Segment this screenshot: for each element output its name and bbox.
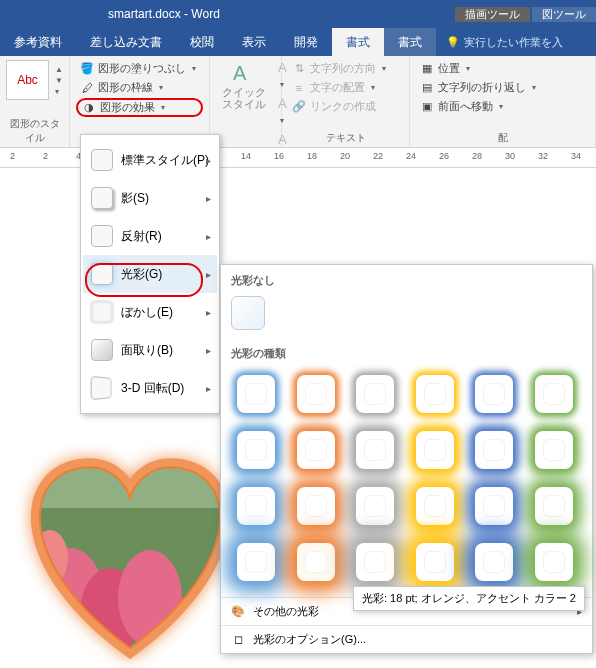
tool-tab-drawing[interactable]: 描画ツール xyxy=(455,7,530,22)
tab-format-picture[interactable]: 書式 xyxy=(384,28,436,56)
glow-options[interactable]: ◻ 光彩のオプション(G)... xyxy=(221,625,592,653)
glow-variant[interactable] xyxy=(297,375,335,413)
text-align-icon: ≡ xyxy=(292,81,306,95)
bring-forward-label: 前面へ移動 xyxy=(438,99,493,114)
glow-variant[interactable] xyxy=(237,375,275,413)
glow-variant[interactable] xyxy=(475,543,513,581)
quick-styles-label: クイック スタイル xyxy=(222,86,266,110)
position-label: 位置 xyxy=(438,61,460,76)
chevron-down-icon: ▾ xyxy=(159,83,163,92)
glow-variant[interactable] xyxy=(356,375,394,413)
glow-variant[interactable] xyxy=(297,487,335,525)
glow-variants-header: 光彩の種類 xyxy=(221,338,592,365)
tab-format-drawing[interactable]: 書式 xyxy=(332,28,384,56)
tell-me-text: 実行したい作業を入 xyxy=(464,35,563,50)
link-icon: 🔗 xyxy=(292,100,306,114)
glow-variant[interactable] xyxy=(535,487,573,525)
glow-gallery: 光彩なし 光彩の種類 🎨 その他の光彩 ▸ ◻ 光彩のオプション(G)... 光… xyxy=(220,264,593,654)
square-icon: ◻ xyxy=(231,633,245,647)
shape-effects-menu: 標準スタイル(P)▸ 影(S)▸ 反射(R)▸ 光彩(G)▸ ぼかし(E)▸ 面… xyxy=(80,134,220,414)
ruler-tick: 14 xyxy=(241,151,251,161)
text-direction-icon: ⇅ xyxy=(292,62,306,76)
glow-variant[interactable] xyxy=(356,431,394,469)
quick-styles-icon: A xyxy=(233,62,255,84)
wrap-label: 文字列の折り返し xyxy=(438,80,526,95)
ruler-tick: 28 xyxy=(472,151,482,161)
wrap-text-button[interactable]: ▤ 文字列の折り返し ▾ xyxy=(416,79,589,96)
menu-shadow[interactable]: 影(S)▸ xyxy=(83,179,217,217)
tab-view[interactable]: 表示 xyxy=(228,28,280,56)
glow-variant[interactable] xyxy=(356,487,394,525)
ruler-tick: 22 xyxy=(373,151,383,161)
glow-variant[interactable] xyxy=(416,431,454,469)
tab-review[interactable]: 校閲 xyxy=(176,28,228,56)
glow-variant[interactable] xyxy=(535,543,573,581)
shape-fill-label: 図形の塗りつぶし xyxy=(98,61,186,76)
pen-icon: 🖊 xyxy=(80,81,94,95)
tab-developer[interactable]: 開発 xyxy=(280,28,332,56)
group-text: テキスト xyxy=(288,129,403,145)
menu-3d-rotation[interactable]: 3-D 回転(D)▸ xyxy=(83,369,217,407)
bring-forward-icon: ▣ xyxy=(420,100,434,114)
shape-outline-button[interactable]: 🖊 図形の枠線 ▾ xyxy=(76,79,203,96)
ruler-tick: 16 xyxy=(274,151,284,161)
glow-options-label: 光彩のオプション(G)... xyxy=(253,632,366,647)
chevron-down-icon: ▾ xyxy=(161,103,165,112)
glow-variant[interactable] xyxy=(237,431,275,469)
shape-effects-button[interactable]: ◑ 図形の効果 ▾ xyxy=(76,98,203,117)
glow-variant[interactable] xyxy=(535,431,573,469)
tab-mailings[interactable]: 差し込み文書 xyxy=(76,28,176,56)
style-gallery-down-icon[interactable]: ▼ xyxy=(55,76,63,85)
window-title: smartart.docx - Word xyxy=(108,7,220,21)
glow-variant[interactable] xyxy=(475,375,513,413)
position-icon: ▦ xyxy=(420,62,434,76)
bulb-icon: 💡 xyxy=(446,36,460,49)
ruler-tick: 32 xyxy=(538,151,548,161)
menu-reflection[interactable]: 反射(R)▸ xyxy=(83,217,217,255)
effects-icon: ◑ xyxy=(82,101,96,115)
shape-outline-label: 図形の枠線 xyxy=(98,80,153,95)
glow-variant[interactable] xyxy=(297,431,335,469)
glow-variant[interactable] xyxy=(475,431,513,469)
ruler-tick: 24 xyxy=(406,151,416,161)
menu-glow[interactable]: 光彩(G)▸ xyxy=(83,255,217,293)
text-align-button: ≡ 文字の配置 ▾ xyxy=(288,79,403,96)
tab-references[interactable]: 参考資料 xyxy=(0,28,76,56)
quick-styles-button[interactable]: A クイック スタイル xyxy=(216,60,272,162)
glow-variant[interactable] xyxy=(475,487,513,525)
style-gallery-up-icon[interactable]: ▲ xyxy=(55,65,63,74)
ruler-tick: 34 xyxy=(571,151,581,161)
glow-variant[interactable] xyxy=(416,375,454,413)
menu-soft-edges[interactable]: ぼかし(E)▸ xyxy=(83,293,217,331)
glow-variant[interactable] xyxy=(237,487,275,525)
group-arrange: 配 xyxy=(416,129,589,145)
ruler-tick: 20 xyxy=(340,151,350,161)
glow-variant[interactable] xyxy=(356,543,394,581)
glow-variant[interactable] xyxy=(297,543,335,581)
position-button[interactable]: ▦ 位置 ▾ xyxy=(416,60,589,77)
bucket-icon: 🪣 xyxy=(80,62,94,76)
create-link-button: 🔗 リンクの作成 xyxy=(288,98,403,115)
color-wheel-icon: 🎨 xyxy=(231,605,245,619)
glow-variant[interactable] xyxy=(535,375,573,413)
glow-variant[interactable] xyxy=(237,543,275,581)
wrap-icon: ▤ xyxy=(420,81,434,95)
glow-none-option[interactable] xyxy=(231,296,265,330)
tool-tab-picture[interactable]: 図ツール xyxy=(532,7,596,22)
menu-bevel[interactable]: 面取り(B)▸ xyxy=(83,331,217,369)
more-glow-colors-label: その他の光彩 xyxy=(253,604,319,619)
ruler-tick: 2 xyxy=(10,151,15,161)
chevron-down-icon: ▾ xyxy=(192,64,196,73)
ruler-tick: 18 xyxy=(307,151,317,161)
bring-forward-button[interactable]: ▣ 前面へ移動 ▾ xyxy=(416,98,589,115)
shape-style-preview[interactable]: Abc xyxy=(6,60,49,100)
tell-me[interactable]: 💡 実行したい作業を入 xyxy=(436,28,563,56)
ruler-tick: 26 xyxy=(439,151,449,161)
glow-tooltip: 光彩: 18 pt; オレンジ、アクセント カラー 2 xyxy=(353,586,585,611)
menu-preset[interactable]: 標準スタイル(P)▸ xyxy=(83,141,217,179)
glow-variant[interactable] xyxy=(416,487,454,525)
glow-variant[interactable] xyxy=(416,543,454,581)
style-gallery-more-icon[interactable]: ▾ xyxy=(55,87,63,96)
shape-fill-button[interactable]: 🪣 図形の塗りつぶし ▾ xyxy=(76,60,203,77)
text-direction-button: ⇅ 文字列の方向 ▾ xyxy=(288,60,403,77)
